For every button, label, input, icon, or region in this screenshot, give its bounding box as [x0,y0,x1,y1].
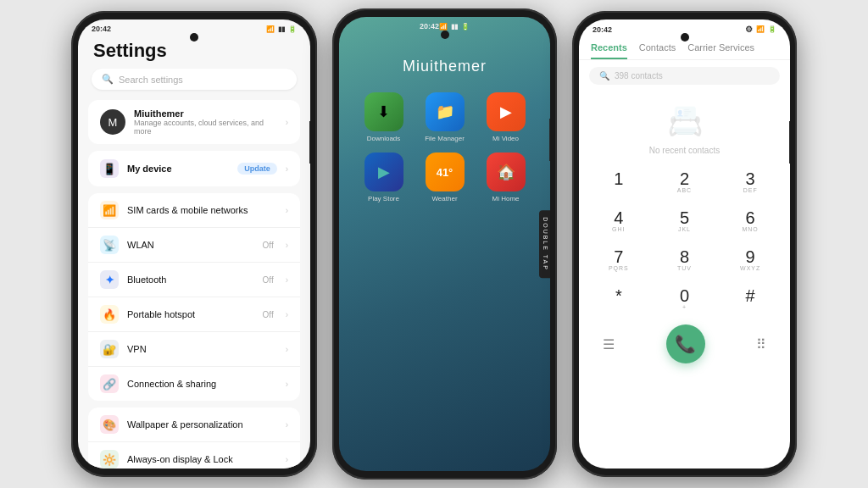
letters-3: DEF [743,187,758,196]
digit-1: 1 [614,170,623,187]
digit-star: * [615,287,622,304]
hotspot-item[interactable]: 🔥 Portable hotspot Off › [88,297,300,332]
letters-4: GHI [612,226,625,235]
status-icons-mid: 📶 ▮▮ 🔋 [439,23,470,30]
time-display-mid: 20:42 [420,22,439,30]
numpad-0[interactable]: 0 + [652,280,718,319]
my-device-card[interactable]: 📱 My device Update › [88,151,300,186]
numpad-star[interactable]: * [586,280,652,319]
wlan-value: Off [263,241,274,250]
numpad-7[interactable]: 7 PQRS [586,241,652,280]
digit-7: 7 [614,248,623,265]
playstore-icon: ▶ [364,152,403,191]
settings-list-secondary: 🎨 Wallpaper & personalization › 🔆 Always… [88,408,300,469]
app-downloads[interactable]: ⬇ Downloads [359,92,409,142]
keypad-icon[interactable]: ⠿ [756,336,766,352]
digit-6: 6 [746,209,755,226]
menu-icon[interactable]: ☰ [603,336,615,352]
numpad-4[interactable]: 4 GHI [586,202,652,241]
letters-0: + [682,304,687,313]
no-contacts-icon: 📇 [666,103,704,141]
device-chevron: › [286,164,288,174]
sim-icon: 📶 [100,201,119,219]
wlan-item[interactable]: 📡 WLAN Off › [88,228,300,263]
app-mihome[interactable]: 🏠 Mi Home [481,152,531,202]
numpad-2[interactable]: 2 ABC [652,164,718,202]
tab-carrier[interactable]: Carrier Services [687,42,754,59]
playstore-icon-symbol: ▶ [378,163,390,181]
punch-hole-camera [190,33,198,42]
no-contacts-area: 📇 No recent contacts [579,90,790,164]
bluetooth-icon: ✦ [100,270,119,289]
numpad-1[interactable]: 1 [586,164,652,202]
sim-label: SIM cards & mobile networks [127,205,277,215]
mihome-icon: 🏠 [487,152,526,191]
aod-item[interactable]: 🔆 Always-on display & Lock › [88,442,300,469]
weather-temp: 41° [437,166,453,179]
numpad-hash[interactable]: # [717,280,783,319]
signal-icon-mid: ▮▮ [451,23,458,30]
time-display-right: 20:42 [593,25,612,34]
side-button-right [789,121,790,164]
downloads-label: Downloads [367,135,401,142]
time-display: 20:42 [92,25,111,33]
app-mivideo[interactable]: ▶ Mi Video [481,92,531,142]
mivideo-label: Mi Video [492,135,519,142]
filemanager-icon-symbol: 📁 [436,103,454,121]
contacts-search[interactable]: 🔍 398 contacts [589,67,780,85]
letters-9: WXYZ [740,265,760,274]
profile-card[interactable]: M Miuithemer Manage accounts, cloud serv… [88,100,300,144]
phone-settings: 20:42 📶 ▮▮ 🔋 Settings 🔍 Search settings … [71,11,317,477]
wallpaper-label: Wallpaper & personalization [127,419,277,430]
side-button [309,121,310,164]
connection-item[interactable]: 🔗 Connection & sharing › [88,367,300,401]
filemanager-label: File Manager [425,135,465,142]
numpad-3[interactable]: 3 DEF [717,164,783,202]
downloads-icon: ⬇ [364,92,403,131]
home-title: Miuithemer [403,58,487,75]
call-icon: 📞 [675,334,696,354]
settings-gear-icon[interactable]: ⚙ [745,25,753,34]
tab-contacts[interactable]: Contacts [639,42,676,59]
digit-2: 2 [680,170,689,187]
search-bar[interactable]: 🔍 Search settings [92,69,297,90]
profile-avatar: M [100,109,125,135]
app-playstore[interactable]: ▶ Play Store [359,152,409,202]
bluetooth-chevron: › [286,275,288,285]
app-weather[interactable]: 41° Weather [420,152,470,202]
numpad-8[interactable]: 8 TUV [652,241,718,280]
wifi-icon-right: 📶 [756,25,765,33]
app-filemanager[interactable]: 📁 File Manager [420,92,470,142]
bluetooth-label: Bluetooth [127,274,254,285]
tab-recents[interactable]: Recents [591,42,627,59]
double-tap-badge: DOUBLE TAP [539,210,550,278]
digit-hash: # [746,287,755,304]
settings-list-main: 📶 SIM cards & mobile networks › 📡 WLAN O… [88,193,300,401]
letters-7: PQRS [609,265,629,274]
vpn-item[interactable]: 🔐 VPN › [88,332,300,367]
dialer-bottom-bar: ☰ 📞 ⠿ [579,319,790,370]
digit-9: 9 [746,248,755,265]
letters-6: MNO [742,226,758,235]
numpad-5[interactable]: 5 JKL [652,202,718,241]
letters-8: TUV [677,265,692,274]
device-info: My device [127,164,229,174]
no-contacts-text: No recent contacts [649,146,720,155]
numpad-9[interactable]: 9 WXYZ [717,241,783,280]
device-icon-symbol: 📱 [103,163,116,175]
profile-chevron: › [286,118,288,127]
bluetooth-item[interactable]: ✦ Bluetooth Off › [88,263,300,297]
wallpaper-item[interactable]: 🎨 Wallpaper & personalization › [88,408,300,442]
digit-3: 3 [746,170,755,187]
wlan-label: WLAN [127,240,254,250]
wifi-icon-mid: 📶 [439,23,448,30]
weather-label: Weather [431,195,457,202]
call-button[interactable]: 📞 [666,324,705,363]
sim-item[interactable]: 📶 SIM cards & mobile networks › [88,193,300,228]
hotspot-value: Off [263,310,274,319]
profile-info: Miuithemer Manage accounts, cloud servic… [134,108,277,136]
hotspot-icon: 🔥 [100,305,119,324]
numpad-6[interactable]: 6 MNO [717,202,783,241]
contacts-count: 398 contacts [615,71,663,80]
status-icons-right: ⚙ 📶 🔋 [745,25,776,34]
